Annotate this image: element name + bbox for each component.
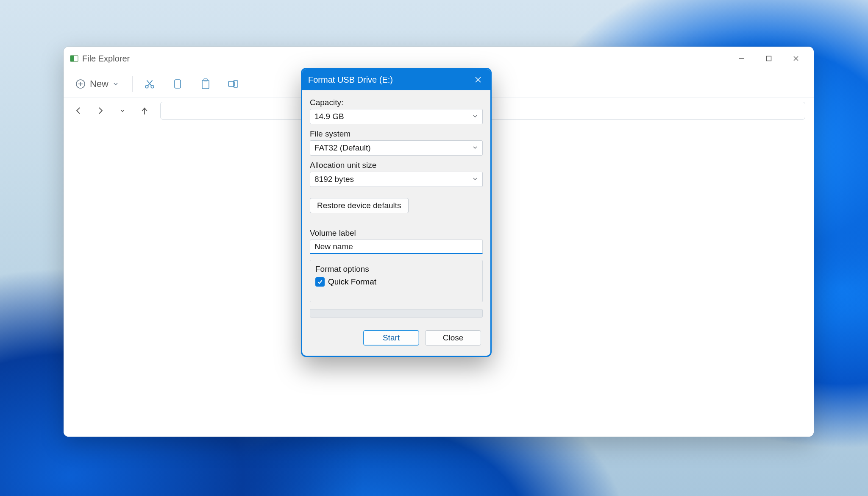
format-options-label: Format options xyxy=(315,265,477,274)
back-button[interactable] xyxy=(72,104,85,117)
capacity-value: 14.9 GB xyxy=(314,112,344,121)
dialog-button-row: Start Close xyxy=(310,330,483,346)
maximize-button[interactable] xyxy=(755,49,782,68)
forward-button[interactable] xyxy=(94,104,107,117)
svg-line-11 xyxy=(148,80,153,86)
close-button[interactable] xyxy=(782,49,810,68)
dialog-close-button[interactable] xyxy=(472,73,484,86)
checkbox-checked-icon xyxy=(315,277,325,287)
volume-label-label: Volume label xyxy=(310,228,483,238)
new-button[interactable]: New xyxy=(71,76,123,92)
restore-defaults-button[interactable]: Restore device defaults xyxy=(310,198,409,213)
dialog-body: Capacity: 14.9 GB File system FAT32 (Def… xyxy=(302,90,490,356)
up-button[interactable] xyxy=(138,104,151,117)
volume-label-input[interactable] xyxy=(310,240,483,254)
titlebar: File Explorer xyxy=(64,47,814,70)
filesystem-label: File system xyxy=(310,129,483,139)
chevron-down-icon xyxy=(113,81,119,87)
filesystem-dropdown[interactable]: FAT32 (Default) xyxy=(310,140,483,156)
svg-line-12 xyxy=(147,80,152,86)
window-controls xyxy=(728,49,810,68)
chevron-down-icon xyxy=(472,143,478,153)
filesystem-value: FAT32 (Default) xyxy=(314,143,371,153)
dialog-titlebar: Format USB Drive (E:) xyxy=(302,69,490,90)
toolbar-separator xyxy=(132,76,133,92)
svg-rect-14 xyxy=(202,80,209,89)
allocation-dropdown[interactable]: 8192 bytes xyxy=(310,172,483,187)
format-progress-bar xyxy=(310,309,483,318)
chevron-down-icon xyxy=(472,175,478,184)
allocation-label: Allocation unit size xyxy=(310,161,483,170)
minimize-button[interactable] xyxy=(728,49,755,68)
svg-rect-13 xyxy=(175,80,181,88)
paste-icon[interactable] xyxy=(198,76,213,92)
file-explorer-icon xyxy=(70,54,79,63)
format-dialog: Format USB Drive (E:) Capacity: 14.9 GB … xyxy=(301,68,492,357)
svg-rect-1 xyxy=(70,56,74,61)
chevron-down-icon xyxy=(472,112,478,121)
rename-icon[interactable] xyxy=(226,76,241,92)
quick-format-checkbox[interactable]: Quick Format xyxy=(315,277,477,287)
copy-icon[interactable] xyxy=(170,76,185,92)
dialog-title: Format USB Drive (E:) xyxy=(308,75,393,85)
capacity-label: Capacity: xyxy=(310,98,483,107)
start-button[interactable]: Start xyxy=(363,330,419,346)
capacity-dropdown[interactable]: 14.9 GB xyxy=(310,109,483,124)
window-title: File Explorer xyxy=(82,54,130,64)
quick-format-label: Quick Format xyxy=(328,277,376,287)
svg-rect-3 xyxy=(767,56,771,61)
cut-icon[interactable] xyxy=(142,76,157,92)
allocation-value: 8192 bytes xyxy=(314,175,354,184)
recent-locations-button[interactable] xyxy=(116,104,129,117)
new-button-label: New xyxy=(90,78,108,89)
close-button[interactable]: Close xyxy=(425,330,481,346)
format-options-group: Format options Quick Format xyxy=(310,260,483,302)
